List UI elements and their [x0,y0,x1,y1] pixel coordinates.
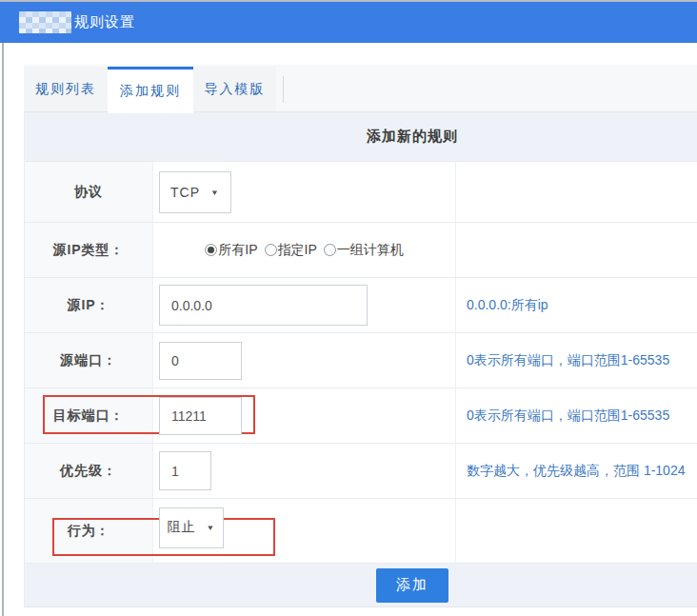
src-ip-hint: 0.0.0.0:所有ip [456,278,697,332]
form-title: 添加新的规则 [367,128,458,146]
radio-all-ip-label: 所有IP [218,242,257,259]
radio-computer-group[interactable]: 一组计算机 [324,242,404,259]
action-select[interactable]: 阻止 ▼ [159,507,224,548]
src-ip-input[interactable] [159,285,368,326]
header-bar: 规则设置 [0,2,697,43]
row-src-ip-type: 源IP类型： 所有IP 指定IP 一组计算机 [25,223,697,278]
src-ip-label: 源IP： [25,278,153,332]
priority-input[interactable] [159,451,211,490]
priority-hint: 数字越大，优先级越高，范围 1-1024 [456,444,697,498]
tab-add-rule[interactable]: 添加规则 [108,67,193,113]
row-priority: 优先级： 数字越大，优先级越高，范围 1-1024 [25,444,697,499]
tab-import-template[interactable]: 导入模版 [193,67,276,111]
action-select-value: 阻止 [168,519,196,536]
row-src-port: 源端口： 0表示所有端口，端口范围1-65535 [25,333,697,388]
radio-checked-icon [205,244,217,256]
radio-unchecked-icon [265,244,277,256]
radio-specified-ip[interactable]: 指定IP [265,242,317,259]
page-title: 规则设置 [74,2,135,43]
row-src-ip: 源IP： 0.0.0.0:所有ip [25,278,697,333]
dst-port-input[interactable] [159,397,242,435]
tab-rule-list[interactable]: 规则列表 [24,67,108,111]
src-port-label: 源端口： [25,333,153,387]
page: 规则设置 规则列表 添加规则 导入模版 添加新的规则 协议 TCP ▼ 源IP类… [0,0,697,616]
src-port-input[interactable] [159,342,242,380]
form-footer-row: 添加 [25,564,697,607]
src-ip-type-radio-group: 所有IP 指定IP 一组计算机 [205,242,403,259]
protocol-select[interactable]: TCP ▼ [159,171,231,213]
radio-unchecked-icon [324,244,336,256]
protocol-hint [456,162,697,222]
protocol-label: 协议 [25,162,153,222]
form-title-row: 添加新的规则 [25,112,697,162]
window-left-edge [2,43,4,616]
src-ip-type-hint [456,223,697,277]
radio-computer-group-label: 一组计算机 [337,242,404,259]
src-port-hint: 0表示所有端口，端口范围1-65535 [456,333,697,387]
tab-divider [283,76,284,103]
caret-down-icon: ▼ [207,524,216,532]
add-button[interactable]: 添加 [376,568,448,603]
radio-specified-ip-label: 指定IP [278,242,317,259]
row-protocol: 协议 TCP ▼ [25,162,697,223]
priority-label: 优先级： [25,444,153,498]
action-hint [456,499,697,563]
dst-port-hint: 0表示所有端口，端口范围1-65535 [456,388,697,443]
protocol-select-value: TCP [170,185,200,200]
tab-bar: 规则列表 添加规则 导入模版 [24,65,697,112]
redacted-product-name [19,11,71,33]
caret-down-icon: ▼ [210,188,220,196]
src-ip-type-label: 源IP类型： [25,223,153,277]
radio-all-ip[interactable]: 所有IP [205,242,257,259]
